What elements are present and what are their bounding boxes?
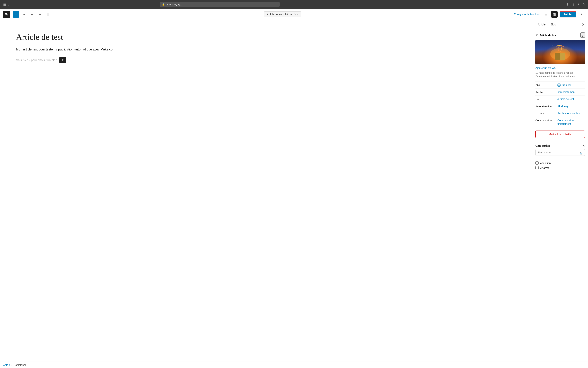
add-block-row: Saisir « / » pour choisir un bloc + — [16, 57, 516, 63]
undo-icon: ↩ — [31, 12, 33, 16]
word-count-line1: 10 mots, temps de lecture 1 minute. — [535, 72, 574, 74]
pencil-icon: ✏ — [23, 12, 25, 16]
featured-image[interactable] — [535, 40, 585, 64]
tab-bloc[interactable]: Bloc — [548, 20, 558, 29]
browser-nav: ⊞ ⌄ ‹ › — [3, 3, 15, 6]
categories-section-header: Catégories ∧ — [535, 141, 585, 149]
article-title-bar-text: Article de test · Article — [267, 13, 292, 16]
svg-point-8 — [554, 48, 554, 48]
categories-label: Catégories — [535, 144, 550, 147]
featured-more-button[interactable]: ⋮ — [580, 32, 585, 38]
wp-toolbar: W + ✏ ↩ ↪ ☰ Article de test · Article ⌘K… — [0, 9, 588, 20]
monitor-icon: 🖥 — [544, 12, 547, 16]
state-value-text: Brouillon — [562, 83, 572, 87]
sidebar-close-button[interactable]: ✕ — [582, 22, 585, 27]
ellipsis-icon: ⋮ — [580, 12, 583, 17]
download-icon[interactable]: ⬇ — [566, 3, 569, 6]
publish-value[interactable]: Immédiatement — [557, 90, 575, 94]
state-value[interactable]: Brouillon — [557, 83, 572, 87]
settings-panel-button[interactable]: ▥ — [551, 11, 558, 18]
svg-point-5 — [563, 46, 564, 47]
list-view-button[interactable]: ☰ — [45, 11, 51, 18]
chevron-down-icon[interactable]: ⌄ — [7, 3, 10, 6]
article-title-bar[interactable]: Article de test · Article ⌘K — [264, 11, 301, 17]
svg-rect-2 — [555, 53, 560, 60]
sidebar-toggle-icon[interactable]: ⊞ — [3, 3, 6, 6]
publish-label: Publier — [535, 90, 557, 94]
meta-row-link: Lien /article-de-test — [535, 95, 585, 102]
ellipsis-v-icon: ⋮ — [581, 33, 584, 37]
toolbar-right-actions: Enregistrer le brouillon 🖥 ▥ Publier ⋮ — [514, 11, 585, 18]
view-button[interactable]: 🖥 — [542, 11, 549, 18]
category-analyse-label: Analyse — [540, 166, 549, 169]
article-title[interactable]: Article de test — [16, 32, 516, 42]
search-icon: 🔍 — [579, 152, 583, 155]
add-block-toolbar-button[interactable]: + — [13, 11, 19, 18]
wp-logo-text: W — [5, 12, 9, 16]
url-display: ai-money.xyz — [167, 3, 182, 6]
link-value[interactable]: /article-de-test — [557, 97, 574, 101]
plus-inline-icon: + — [61, 58, 64, 62]
undo-button[interactable]: ↩ — [29, 11, 35, 18]
center-area: Article de test · Article ⌘K — [53, 11, 512, 17]
editor-area[interactable]: Article de test Mon article test pour te… — [0, 20, 532, 362]
comments-value[interactable]: Commentaires uniquement — [557, 119, 585, 126]
category-analyse: Analyse — [535, 165, 585, 170]
meta-row-author: Auteur/autrice AI Money — [535, 103, 585, 110]
nav-back-icon[interactable]: ‹ — [12, 3, 13, 6]
image-icon: 🖊 — [535, 33, 538, 37]
nav-forward-icon[interactable]: › — [14, 3, 15, 6]
featured-image-visual — [535, 40, 585, 64]
main-layout: Article de test Mon article test pour te… — [0, 20, 588, 362]
sidebar-content: 🖊 Article de test ⋮ — [532, 29, 588, 362]
author-label: Auteur/autrice — [535, 104, 557, 108]
svg-point-9 — [568, 50, 568, 50]
category-affiliation: Affiliation — [535, 161, 585, 165]
svg-point-6 — [552, 45, 553, 46]
article-content[interactable]: Mon article test pour tester la publicat… — [16, 47, 516, 52]
trash-button[interactable]: Mettre à la corbeille — [535, 130, 585, 138]
close-icon: ✕ — [582, 23, 585, 27]
search-categories-row: 🔍 — [535, 149, 585, 158]
new-tab-icon[interactable]: + — [578, 3, 579, 6]
share-icon[interactable]: ⬆ — [572, 3, 574, 6]
lock-icon: 🔒 — [162, 3, 165, 6]
meta-row-comments: Commentaires Commentaires uniquement — [535, 117, 585, 127]
search-categories-input[interactable] — [535, 149, 585, 156]
breadcrumb-separator: › — [11, 364, 12, 366]
model-value[interactable]: Publications seules — [557, 111, 579, 115]
word-count-text: 10 mots, temps de lecture 1 minute. Dern… — [535, 71, 585, 78]
settings-icon: ▥ — [553, 12, 556, 16]
redo-button[interactable]: ↪ — [37, 11, 43, 18]
add-block-inline-button[interactable]: + — [59, 57, 66, 63]
keyboard-shortcut: ⌘K — [294, 13, 298, 16]
last-modified-text: Dernière modification il y a 2 minutes. — [535, 75, 575, 78]
model-label: Modèle — [535, 111, 557, 115]
svg-point-7 — [567, 46, 567, 46]
address-bar[interactable]: 🔒 ai-money.xyz — [160, 2, 280, 7]
link-label: Lien — [535, 97, 557, 101]
save-draft-button[interactable]: Enregistrer le brouillon — [514, 13, 540, 16]
featured-image-title: 🖊 Article de test — [535, 33, 557, 37]
svg-point-4 — [558, 45, 560, 46]
state-label: État — [535, 83, 557, 87]
more-options-button[interactable]: ⋮ — [579, 11, 585, 18]
meta-row-model: Modèle Publications seules — [535, 110, 585, 117]
sidebar-tabs: Article Bloc ✕ — [532, 20, 588, 29]
tab-article[interactable]: Article — [535, 20, 548, 29]
pencil-tool-button[interactable]: ✏ — [21, 11, 27, 18]
featured-image-label: Article de test — [539, 34, 557, 37]
author-value[interactable]: AI Money — [557, 104, 568, 108]
category-analyse-checkbox[interactable] — [535, 166, 539, 169]
add-block-placeholder[interactable]: Saisir « / » pour choisir un bloc — [16, 58, 57, 62]
breadcrumb-article[interactable]: Article — [3, 364, 10, 366]
category-affiliation-label: Affiliation — [540, 162, 551, 165]
tab-overview-icon[interactable]: ⧉ — [583, 3, 585, 6]
publish-button[interactable]: Publier — [560, 11, 576, 18]
add-excerpt-link[interactable]: Ajouter un extrait... — [535, 66, 585, 69]
list-icon: ☰ — [47, 12, 49, 16]
categories-toggle[interactable]: ∧ — [582, 144, 585, 147]
plus-icon: + — [15, 12, 17, 17]
status-circle-inner — [558, 84, 560, 86]
category-affiliation-checkbox[interactable] — [535, 161, 539, 165]
